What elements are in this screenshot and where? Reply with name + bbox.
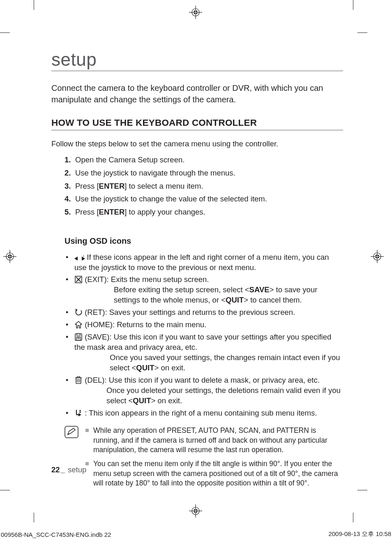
- crop-mark: [0, 32, 10, 33]
- page-title: setup: [51, 49, 343, 71]
- crop-mark: [357, 32, 367, 33]
- step-text: Press [: [75, 182, 99, 190]
- step-item: Use the joystick to change the value of …: [65, 193, 343, 205]
- osd-item-del: (DEL): Use this icon if you want to dele…: [65, 375, 343, 406]
- left-right-arrow-icon: [74, 254, 83, 261]
- registration-mark-icon: [371, 250, 384, 263]
- footer-section: setup: [66, 465, 86, 474]
- step-item: Press [ENTER] to select a menu item.: [65, 180, 343, 192]
- intro-paragraph: Connect the camera to the keyboard contr…: [51, 83, 343, 105]
- osd-text-line: Before exiting the setup screen, select …: [74, 285, 343, 305]
- step-text: Open the Camera Setup screen.: [75, 155, 184, 164]
- steps-list: Open the Camera Setup screen. Use the jo…: [65, 154, 343, 218]
- crop-mark: [0, 490, 10, 490]
- footer-separator: _: [61, 465, 65, 474]
- note-box: While any operation of PRESET, AUTO PAN,…: [65, 426, 343, 492]
- subsection-heading: Using OSD icons: [65, 236, 343, 246]
- follow-text: Follow the steps below to set the camera…: [51, 139, 343, 148]
- registration-mark-icon: [189, 6, 202, 19]
- osd-text: (RET): Saves your settings and returns t…: [83, 308, 295, 317]
- step-text: Use the joystick to change the value of …: [75, 194, 267, 203]
- svg-marker-30: [75, 321, 82, 328]
- home-icon: [74, 321, 83, 328]
- step-text: ] to select a menu item.: [125, 182, 203, 190]
- registration-mark-icon: [189, 504, 202, 518]
- keyword-quit: QUIT: [226, 296, 244, 304]
- note-list: While any operation of PRESET, AUTO PAN,…: [84, 426, 343, 492]
- svg-point-45: [79, 410, 81, 411]
- page-content: setup Connect the camera to the keyboard…: [51, 49, 343, 492]
- svg-marker-29: [76, 309, 78, 311]
- svg-marker-44: [78, 413, 81, 416]
- osd-item-submenu: : This icon appears in the right of a me…: [65, 408, 343, 418]
- step-text: Press [: [75, 208, 99, 216]
- keyword-enter: ENTER: [99, 208, 125, 216]
- crop-mark: [34, 0, 34, 10]
- step-item: Open the Camera Setup screen.: [65, 154, 343, 166]
- save-icon: [74, 333, 83, 341]
- section-heading: HOW TO USE THE KEYBOARD CONTROLLER: [51, 118, 343, 130]
- page-footer: 22_ setup: [51, 465, 86, 474]
- page-number: 22: [51, 465, 60, 474]
- registration-mark-icon: [3, 250, 16, 263]
- exit-icon: [74, 276, 83, 283]
- osd-icon-list: : If these icons appear in the left and …: [65, 252, 343, 419]
- svg-marker-24: [74, 256, 78, 261]
- crop-mark: [353, 513, 353, 522]
- osd-text: : If these icons appear in the left and …: [74, 253, 329, 272]
- osd-item-arrows: : If these icons appear in the left and …: [65, 252, 343, 273]
- keyword-quit: QUIT: [133, 396, 151, 405]
- osd-text-line: Once you saved your settings, the change…: [74, 353, 343, 373]
- submenu-arrow-icon: [74, 409, 83, 417]
- note-item: While any operation of PRESET, AUTO PAN,…: [84, 426, 343, 455]
- step-text: Use the joystick to navigate through the…: [75, 169, 235, 177]
- keyword-save: SAVE: [249, 285, 270, 294]
- osd-text: : This icon appears in the right of a me…: [83, 409, 317, 417]
- return-icon: [74, 309, 83, 316]
- note-item: You can set the menu item only if the ti…: [84, 459, 343, 488]
- footer-timestamp: 2009-08-13 오후 10:58: [328, 530, 391, 538]
- step-item: Use the joystick to navigate through the…: [65, 167, 343, 179]
- osd-text-line: Once you deleted your settings, the dele…: [74, 386, 343, 406]
- svg-rect-47: [65, 426, 78, 438]
- footer-filename: 00956B-NA_SCC-C7453N-ENG.indb 22: [1, 531, 111, 538]
- svg-point-46: [79, 411, 81, 413]
- crop-mark: [353, 0, 353, 10]
- osd-text: (EXIT): Exits the menu setup screen.: [83, 275, 209, 284]
- note-pencil-icon: [65, 426, 78, 438]
- osd-item-save: (SAVE): Use this icon if you want to sav…: [65, 332, 343, 373]
- osd-item-home: (HOME): Returns to the main menu.: [65, 320, 343, 330]
- osd-text: (SAVE): Use this icon if you want to sav…: [74, 333, 331, 351]
- step-text: ] to apply your changes.: [125, 208, 205, 216]
- keyword-quit: QUIT: [136, 363, 154, 372]
- keyword-enter: ENTER: [99, 182, 125, 190]
- crop-mark: [34, 513, 34, 522]
- osd-text: (DEL): Use this icon if you want to dele…: [83, 376, 320, 384]
- delete-icon: [74, 376, 83, 384]
- crop-mark: [357, 490, 367, 490]
- step-item: Press [ENTER] to apply your changes.: [65, 206, 343, 218]
- svg-rect-38: [77, 377, 80, 378]
- osd-text: (HOME): Returns to the main menu.: [83, 320, 206, 329]
- osd-item-exit: (EXIT): Exits the menu setup screen. Bef…: [65, 275, 343, 305]
- osd-item-ret: (RET): Saves your settings and returns t…: [65, 307, 343, 318]
